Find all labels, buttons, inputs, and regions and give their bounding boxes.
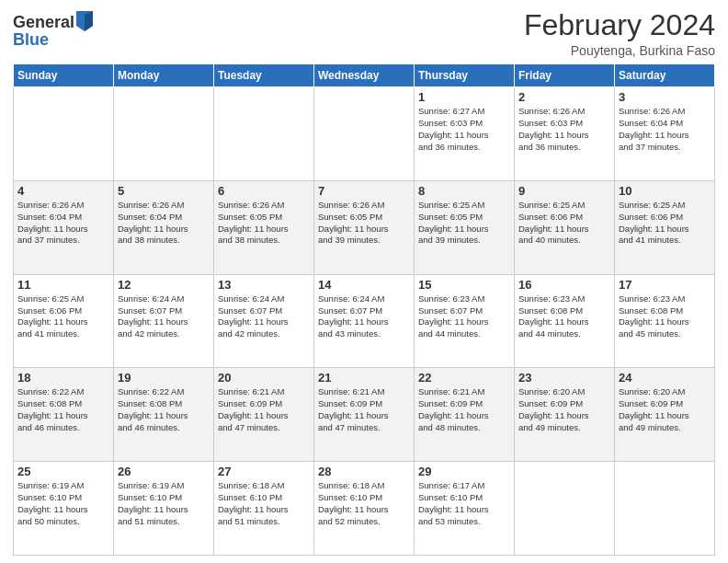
calendar-day-27: 27Sunrise: 6:18 AMSunset: 6:10 PMDayligh… (214, 462, 314, 556)
calendar-day-2: 2Sunrise: 6:26 AMSunset: 6:03 PMDaylight… (515, 87, 615, 181)
day-number: 4 (17, 184, 109, 198)
day-info: Sunrise: 6:26 AMSunset: 6:05 PMDaylight:… (218, 200, 310, 247)
calendar-day-26: 26Sunrise: 6:19 AMSunset: 6:10 PMDayligh… (114, 462, 214, 556)
day-number: 29 (418, 465, 510, 478)
weekday-header-wednesday: Wednesday (314, 64, 415, 87)
calendar-day-7: 7Sunrise: 6:26 AMSunset: 6:05 PMDaylight… (314, 180, 415, 274)
calendar-day-20: 20Sunrise: 6:21 AMSunset: 6:09 PMDayligh… (214, 368, 314, 462)
calendar-day-21: 21Sunrise: 6:21 AMSunset: 6:09 PMDayligh… (314, 368, 415, 462)
calendar-day-25: 25Sunrise: 6:19 AMSunset: 6:10 PMDayligh… (14, 462, 114, 556)
calendar-day-11: 11Sunrise: 6:25 AMSunset: 6:06 PMDayligh… (14, 274, 114, 368)
calendar-day-9: 9Sunrise: 6:25 AMSunset: 6:06 PMDaylight… (515, 180, 615, 274)
day-info: Sunrise: 6:23 AMSunset: 6:07 PMDaylight:… (418, 293, 510, 340)
day-number: 27 (218, 465, 310, 478)
header: General Blue February 2024 Pouytenga, Bu… (13, 9, 715, 58)
day-number: 28 (318, 465, 410, 478)
weekday-header-saturday: Saturday (615, 64, 715, 87)
calendar-day-15: 15Sunrise: 6:23 AMSunset: 6:07 PMDayligh… (415, 274, 515, 368)
day-number: 10 (619, 184, 711, 198)
day-info: Sunrise: 6:25 AMSunset: 6:06 PMDaylight:… (17, 293, 109, 340)
day-info: Sunrise: 6:25 AMSunset: 6:06 PMDaylight:… (619, 200, 711, 247)
day-info: Sunrise: 6:18 AMSunset: 6:10 PMDaylight:… (218, 480, 310, 527)
calendar-day-17: 17Sunrise: 6:23 AMSunset: 6:08 PMDayligh… (615, 274, 715, 368)
calendar-table: SundayMondayTuesdayWednesdayThursdayFrid… (13, 63, 715, 556)
day-info: Sunrise: 6:26 AMSunset: 6:04 PMDaylight:… (619, 106, 711, 153)
day-number: 1 (418, 90, 510, 104)
page: General Blue February 2024 Pouytenga, Bu… (0, 0, 728, 563)
weekday-header-sunday: Sunday (14, 64, 114, 87)
day-info: Sunrise: 6:26 AMSunset: 6:03 PMDaylight:… (518, 106, 610, 153)
day-info: Sunrise: 6:21 AMSunset: 6:09 PMDaylight:… (218, 386, 310, 433)
weekday-header-tuesday: Tuesday (214, 64, 314, 87)
day-number: 2 (518, 90, 610, 104)
calendar-empty-cell (214, 87, 314, 181)
calendar-day-24: 24Sunrise: 6:20 AMSunset: 6:09 PMDayligh… (615, 368, 715, 462)
calendar-day-18: 18Sunrise: 6:22 AMSunset: 6:08 PMDayligh… (14, 368, 114, 462)
day-info: Sunrise: 6:26 AMSunset: 6:04 PMDaylight:… (118, 200, 210, 247)
day-info: Sunrise: 6:25 AMSunset: 6:06 PMDaylight:… (518, 200, 610, 247)
day-info: Sunrise: 6:21 AMSunset: 6:09 PMDaylight:… (418, 386, 510, 433)
calendar-week-row: 4Sunrise: 6:26 AMSunset: 6:04 PMDaylight… (14, 180, 715, 274)
day-info: Sunrise: 6:23 AMSunset: 6:08 PMDaylight:… (619, 293, 711, 340)
calendar-week-row: 1Sunrise: 6:27 AMSunset: 6:03 PMDaylight… (14, 87, 715, 181)
day-number: 16 (518, 278, 610, 292)
title-block: February 2024 Pouytenga, Burkina Faso (524, 9, 715, 58)
calendar-empty-cell (314, 87, 415, 181)
day-number: 12 (118, 278, 210, 292)
day-info: Sunrise: 6:21 AMSunset: 6:09 PMDaylight:… (318, 386, 410, 433)
calendar-day-10: 10Sunrise: 6:25 AMSunset: 6:06 PMDayligh… (615, 180, 715, 274)
logo-icon (76, 11, 93, 31)
day-number: 8 (418, 184, 510, 198)
calendar-week-row: 11Sunrise: 6:25 AMSunset: 6:06 PMDayligh… (14, 274, 715, 368)
day-number: 6 (218, 184, 310, 198)
logo: General Blue (13, 13, 93, 48)
day-info: Sunrise: 6:20 AMSunset: 6:09 PMDaylight:… (518, 386, 610, 433)
day-number: 9 (518, 184, 610, 198)
calendar-day-3: 3Sunrise: 6:26 AMSunset: 6:04 PMDaylight… (615, 87, 715, 181)
calendar-day-5: 5Sunrise: 6:26 AMSunset: 6:04 PMDaylight… (114, 180, 214, 274)
day-number: 23 (518, 371, 610, 385)
day-number: 25 (17, 465, 109, 478)
weekday-header-thursday: Thursday (415, 64, 515, 87)
calendar-day-19: 19Sunrise: 6:22 AMSunset: 6:08 PMDayligh… (114, 368, 214, 462)
day-number: 18 (17, 371, 109, 385)
day-number: 26 (118, 465, 210, 478)
day-number: 22 (418, 371, 510, 385)
day-number: 24 (619, 371, 711, 385)
calendar-day-29: 29Sunrise: 6:17 AMSunset: 6:10 PMDayligh… (415, 462, 515, 556)
day-number: 3 (619, 90, 711, 104)
logo-blue: Blue (13, 31, 93, 48)
calendar-day-22: 22Sunrise: 6:21 AMSunset: 6:09 PMDayligh… (415, 368, 515, 462)
main-title: February 2024 (524, 9, 715, 41)
calendar-empty-cell (515, 462, 615, 556)
day-number: 14 (318, 278, 410, 292)
calendar-empty-cell (615, 462, 715, 556)
calendar-day-23: 23Sunrise: 6:20 AMSunset: 6:09 PMDayligh… (515, 368, 615, 462)
calendar-day-4: 4Sunrise: 6:26 AMSunset: 6:04 PMDaylight… (14, 180, 114, 274)
day-info: Sunrise: 6:20 AMSunset: 6:09 PMDaylight:… (619, 386, 711, 433)
calendar-day-6: 6Sunrise: 6:26 AMSunset: 6:05 PMDaylight… (214, 180, 314, 274)
calendar-empty-cell (114, 87, 214, 181)
day-info: Sunrise: 6:19 AMSunset: 6:10 PMDaylight:… (17, 480, 109, 527)
calendar-day-12: 12Sunrise: 6:24 AMSunset: 6:07 PMDayligh… (114, 274, 214, 368)
day-number: 21 (318, 371, 410, 385)
day-info: Sunrise: 6:26 AMSunset: 6:05 PMDaylight:… (318, 200, 410, 247)
calendar-day-16: 16Sunrise: 6:23 AMSunset: 6:08 PMDayligh… (515, 274, 615, 368)
day-info: Sunrise: 6:24 AMSunset: 6:07 PMDaylight:… (218, 293, 310, 340)
calendar-day-28: 28Sunrise: 6:18 AMSunset: 6:10 PMDayligh… (314, 462, 415, 556)
day-number: 11 (17, 278, 109, 292)
calendar-week-row: 25Sunrise: 6:19 AMSunset: 6:10 PMDayligh… (14, 462, 715, 556)
calendar-day-14: 14Sunrise: 6:24 AMSunset: 6:07 PMDayligh… (314, 274, 415, 368)
day-info: Sunrise: 6:19 AMSunset: 6:10 PMDaylight:… (118, 480, 210, 527)
calendar-day-13: 13Sunrise: 6:24 AMSunset: 6:07 PMDayligh… (214, 274, 314, 368)
day-number: 15 (418, 278, 510, 292)
day-number: 20 (218, 371, 310, 385)
calendar-day-1: 1Sunrise: 6:27 AMSunset: 6:03 PMDaylight… (415, 87, 515, 181)
day-info: Sunrise: 6:24 AMSunset: 6:07 PMDaylight:… (118, 293, 210, 340)
day-number: 5 (118, 184, 210, 198)
weekday-header-monday: Monday (114, 64, 214, 87)
day-info: Sunrise: 6:22 AMSunset: 6:08 PMDaylight:… (17, 386, 109, 433)
day-info: Sunrise: 6:25 AMSunset: 6:05 PMDaylight:… (418, 200, 510, 247)
day-number: 13 (218, 278, 310, 292)
day-number: 19 (118, 371, 210, 385)
